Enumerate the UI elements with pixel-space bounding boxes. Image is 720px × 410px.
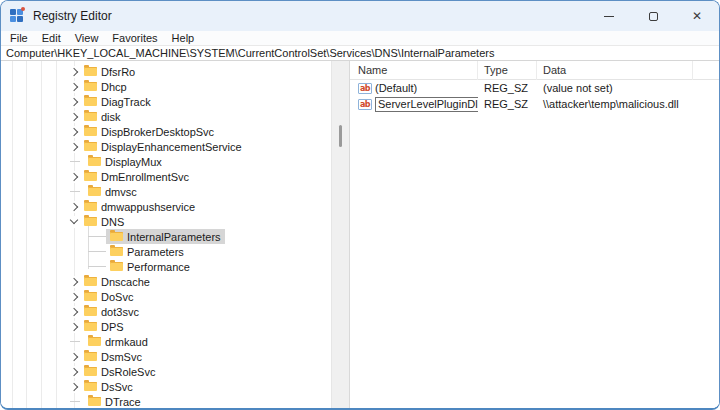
- menu-item-favorites[interactable]: Favorites: [105, 31, 164, 46]
- tree-node[interactable]: DmEnrollmentSvc: [80, 169, 193, 184]
- tree-scrollbar-thumb[interactable]: [339, 125, 342, 147]
- tree-item-label: DTrace: [105, 396, 141, 408]
- tree-node[interactable]: DispBrokerDesktopSvc: [80, 124, 218, 139]
- folder-icon: [88, 187, 101, 196]
- tree-node-selected[interactable]: InternalParameters: [106, 229, 225, 244]
- tree-node[interactable]: Parameters: [106, 244, 188, 259]
- chevron-right-icon[interactable]: [68, 321, 80, 333]
- chevron-right-icon[interactable]: [68, 111, 80, 123]
- tree-node[interactable]: DisplayEnhancementService: [80, 139, 246, 154]
- folder-icon: [110, 247, 123, 256]
- tree-item-drmkaud[interactable]: drmkaud: [1, 334, 331, 349]
- menu-item-help[interactable]: Help: [165, 31, 202, 46]
- column-header-data[interactable]: Data: [537, 61, 693, 80]
- value-type: REG_SZ: [478, 98, 537, 110]
- menu-item-file[interactable]: File: [3, 31, 35, 46]
- tree-item-disk[interactable]: disk: [1, 109, 331, 124]
- tree-node[interactable]: DoSvc: [80, 289, 137, 304]
- address-bar[interactable]: Computer\HKEY_LOCAL_MACHINE\SYSTEM\Curre…: [1, 46, 719, 61]
- value-name[interactable]: ServerLevelPluginDll: [375, 97, 478, 112]
- tree-item-DTrace[interactable]: DTrace: [1, 394, 331, 408]
- chevron-right-icon[interactable]: [68, 81, 80, 93]
- chevron-right-icon[interactable]: [68, 126, 80, 138]
- tree-node[interactable]: DTrace: [84, 394, 145, 408]
- tree-scrollbar-track[interactable]: [331, 61, 349, 408]
- chevron-right-icon[interactable]: [68, 171, 80, 183]
- maximize-icon: [649, 12, 658, 21]
- chevron-right-icon[interactable]: [68, 141, 80, 153]
- tree-item-DsmSvc[interactable]: DsmSvc: [1, 349, 331, 364]
- tree-node[interactable]: DsRoleSvc: [80, 364, 159, 379]
- tree-item-DfsrRo[interactable]: DfsrRo: [1, 64, 331, 79]
- tree-item-dmwappushservice[interactable]: dmwappushservice: [1, 199, 331, 214]
- chevron-right-icon[interactable]: [68, 96, 80, 108]
- tree-item-DsRoleSvc[interactable]: DsRoleSvc: [1, 364, 331, 379]
- tree-node[interactable]: drmkaud: [84, 334, 152, 349]
- tree-node[interactable]: DiagTrack: [80, 94, 155, 109]
- tree-node[interactable]: DNS: [80, 214, 128, 229]
- tree-node[interactable]: Performance: [106, 259, 194, 274]
- menu-item-view[interactable]: View: [68, 31, 106, 46]
- tree-item-DNS[interactable]: DNS: [1, 214, 331, 229]
- column-header-name[interactable]: Name: [350, 61, 478, 80]
- tree-item-DiagTrack[interactable]: DiagTrack: [1, 94, 331, 109]
- chevron-right-icon[interactable]: [68, 381, 80, 393]
- tree-node[interactable]: Dnscache: [80, 274, 154, 289]
- folder-icon: [84, 112, 97, 121]
- tree-item-Dhcp[interactable]: Dhcp: [1, 79, 331, 94]
- column-header-type[interactable]: Type: [478, 61, 537, 80]
- tree-item-label: Dnscache: [101, 276, 150, 288]
- tree-item-DsSvc[interactable]: DsSvc: [1, 379, 331, 394]
- chevron-right-icon[interactable]: [68, 201, 80, 213]
- tree-item-label: disk: [101, 111, 121, 123]
- tree-item-label: dmvsc: [105, 186, 137, 198]
- tree-node[interactable]: Dhcp: [80, 79, 131, 94]
- tree-node[interactable]: DsmSvc: [80, 349, 146, 364]
- folder-icon: [84, 382, 97, 391]
- tree-item-DisplayEnhancementService[interactable]: DisplayEnhancementService: [1, 139, 331, 154]
- tree-item-DmEnrollmentSvc[interactable]: DmEnrollmentSvc: [1, 169, 331, 184]
- tree-item-DPS[interactable]: DPS: [1, 319, 331, 334]
- tree-connector: [88, 251, 106, 252]
- folder-icon: [84, 367, 97, 376]
- menu-item-edit[interactable]: Edit: [35, 31, 68, 46]
- chevron-right-icon[interactable]: [68, 66, 80, 78]
- close-button[interactable]: ✕: [675, 1, 719, 31]
- chevron-right-icon[interactable]: [68, 276, 80, 288]
- tree-node[interactable]: DsSvc: [80, 379, 137, 394]
- tree-node[interactable]: dot3svc: [80, 304, 143, 319]
- tree-item-label: DiagTrack: [101, 96, 151, 108]
- tree-item-DoSvc[interactable]: DoSvc: [1, 289, 331, 304]
- tree-node[interactable]: dmwappushservice: [80, 199, 199, 214]
- tree-node[interactable]: disk: [80, 109, 125, 124]
- tree-item-Parameters[interactable]: Parameters: [1, 244, 331, 259]
- chevron-right-icon[interactable]: [68, 306, 80, 318]
- tree-item-dot3svc[interactable]: dot3svc: [1, 304, 331, 319]
- tree-connector: [88, 236, 106, 237]
- tree-node[interactable]: DisplayMux: [84, 154, 166, 169]
- tree-node[interactable]: dmvsc: [84, 184, 141, 199]
- chevron-right-icon[interactable]: [68, 351, 80, 363]
- tree-item-InternalParameters[interactable]: InternalParameters: [1, 229, 331, 244]
- tree-item-label: Performance: [127, 261, 190, 273]
- tree-node[interactable]: DfsrRo: [80, 64, 139, 79]
- tree-item-label: DoSvc: [101, 291, 133, 303]
- tree-item-dmvsc[interactable]: dmvsc: [1, 184, 331, 199]
- value-row-serverlevelplugindll[interactable]: abServerLevelPluginDllREG_SZ\\attacker\t…: [350, 96, 719, 112]
- tree-item-label: drmkaud: [105, 336, 148, 348]
- chevron-right-icon[interactable]: [68, 366, 80, 378]
- folder-icon: [84, 322, 97, 331]
- tree-item-DisplayMux[interactable]: DisplayMux: [1, 154, 331, 169]
- chevron-right-icon[interactable]: [68, 291, 80, 303]
- folder-icon: [84, 202, 97, 211]
- tree-item-DispBrokerDesktopSvc[interactable]: DispBrokerDesktopSvc: [1, 124, 331, 139]
- minimize-button[interactable]: [587, 1, 631, 31]
- tree-item-Performance[interactable]: Performance: [1, 259, 331, 274]
- chevron-down-icon[interactable]: [68, 216, 80, 228]
- tree-node[interactable]: DPS: [80, 319, 128, 334]
- maximize-button[interactable]: [631, 1, 675, 31]
- value-row-default[interactable]: ab(Default)REG_SZ(value not set): [350, 80, 719, 96]
- tree-item-Dnscache[interactable]: Dnscache: [1, 274, 331, 289]
- value-name[interactable]: (Default): [375, 82, 417, 95]
- tree-item-label: InternalParameters: [127, 231, 221, 243]
